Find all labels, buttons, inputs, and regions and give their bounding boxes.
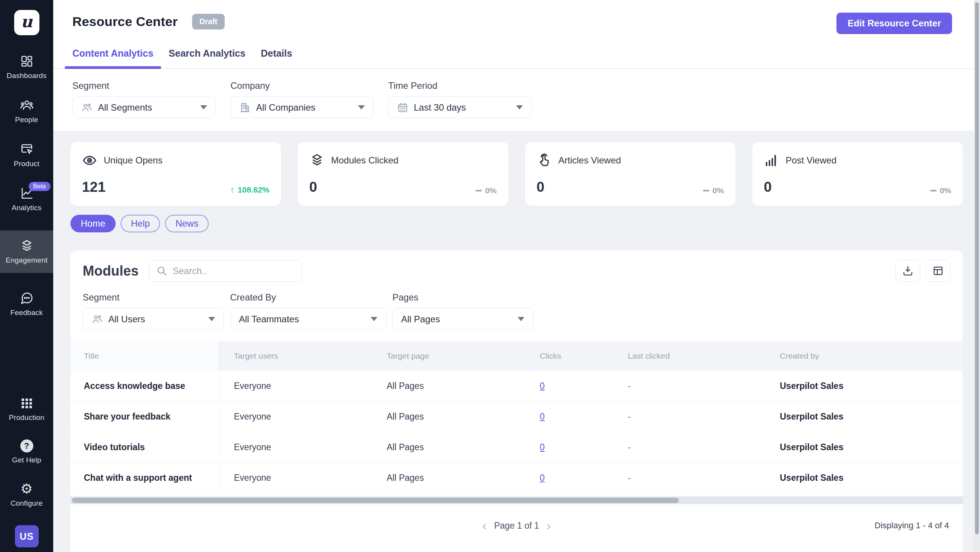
sidebar-item-label: Get Help [12,456,41,464]
table-row[interactable]: Chat with a support agent Everyone All P… [70,463,963,493]
window-vertical-scrollbar[interactable] [974,0,980,552]
column-header-created-by[interactable]: Created by [766,351,963,361]
sidebar-item-get-help[interactable]: ? Get Help [0,439,53,464]
sidebar-item-people[interactable]: People [0,98,53,124]
row-clicks-link[interactable]: 0 [540,412,545,421]
row-target-users: Everyone [219,473,371,483]
time-period-filter-select[interactable]: Last 30 days [388,96,532,118]
sidebar-item-dashboards[interactable]: Dashboards [0,54,53,80]
row-created-by: Userpilot Sales [766,442,963,452]
company-filter-label: Company [230,80,374,91]
edit-resource-center-button[interactable]: Edit Resource Center [836,13,952,34]
scrollbar-thumb[interactable] [975,2,979,534]
production-grid-icon [20,396,34,410]
sidebar-item-production[interactable]: Production [0,396,53,422]
time-period-filter: Time Period Last 30 days [388,80,532,118]
row-last-clicked: - [612,412,766,422]
table-row[interactable]: Video tutorials Everyone All Pages 0 - U… [70,432,963,463]
sidebar-bottom: Production ? Get Help ⚙ Configure US [0,396,53,552]
created-by-select[interactable]: All Teammates [230,308,386,330]
download-button[interactable] [895,260,920,282]
modules-panel: Modules Segment [70,250,963,552]
question-mark-icon: ? [20,439,33,452]
column-header-clicks[interactable]: Clicks [524,351,612,361]
table-horizontal-scrollbar[interactable] [70,496,963,504]
columns-button[interactable] [926,260,951,282]
company-filter-select[interactable]: All Companies [230,96,374,118]
modules-search[interactable] [149,260,302,282]
displaying-count: Displaying 1 - 4 of 4 [875,521,949,531]
chevron-down-icon [358,105,365,109]
column-header-title[interactable]: Title [70,341,219,371]
dash-icon [930,190,937,191]
row-target-users: Everyone [219,442,371,452]
logo-letter: u [21,12,33,31]
pages-select[interactable]: All Pages [392,308,533,330]
stat-delta: ↑108.62% [230,185,270,195]
tab-content-analytics[interactable]: Content Analytics [65,45,161,68]
building-icon [239,102,251,113]
calendar-icon [397,102,408,113]
row-title: Access knowledge base [70,371,219,401]
pill-help[interactable]: Help [121,215,160,232]
modules-segment-select[interactable]: All Users [83,308,224,330]
column-header-target-users[interactable]: Target users [219,351,371,361]
modules-segment-filter: Segment All Users [83,292,224,330]
pagination-bar: ‹ Page 1 of 1 › Displaying 1 - 4 of 4 [70,504,963,547]
row-clicks-link[interactable]: 0 [540,473,545,483]
row-target-page: All Pages [371,381,524,391]
dash-icon [703,190,709,191]
table-row[interactable]: Access knowledge base Everyone All Pages… [70,371,963,402]
previous-page-button[interactable]: ‹ [482,519,487,532]
stat-card-modules-clicked: Modules Clicked 0 0% [298,142,508,206]
stat-card-post-viewed: Post Viewed 0 0% [752,142,963,206]
tab-details[interactable]: Details [253,45,300,68]
arrow-up-icon: ↑ [230,185,235,195]
time-period-filter-label: Time Period [388,80,532,91]
engagement-layers-icon [20,239,34,253]
sidebar: u Dashboards People Product Beta [0,0,53,552]
people-icon [20,98,34,112]
product-window-icon [20,142,34,156]
row-created-by: Userpilot Sales [766,412,963,422]
sidebar-item-product[interactable]: Product [0,142,53,168]
column-header-last-clicked[interactable]: Last clicked [612,351,766,361]
sidebar-item-label: Dashboards [7,72,46,80]
tab-bar: Content Analytics Search Analytics Detai… [53,45,980,69]
row-title: Chat with a support agent [70,463,219,493]
user-avatar[interactable]: US [15,525,39,547]
gear-icon: ⚙ [20,482,33,496]
sidebar-item-feedback[interactable]: Feedback [0,291,53,317]
sidebar-item-engagement[interactable]: Engagement [0,230,53,273]
stat-delta: 0% [930,186,951,195]
modules-panel-title: Modules [83,263,139,279]
pill-news[interactable]: News [165,215,209,232]
analytics-chart-icon: Beta [20,186,34,200]
row-last-clicked: - [612,473,766,483]
row-target-users: Everyone [219,412,371,422]
time-period-filter-value: Last 30 days [414,102,466,113]
row-created-by: Userpilot Sales [766,381,963,391]
sidebar-item-configure[interactable]: ⚙ Configure [0,482,53,508]
segment-filter-select[interactable]: All Segments [72,96,216,118]
row-clicks-link[interactable]: 0 [540,442,545,452]
userpilot-logo[interactable]: u [14,10,39,35]
tab-search-analytics[interactable]: Search Analytics [161,45,253,68]
scrollbar-thumb[interactable] [72,498,679,503]
modules-filters: Segment All Users Created By All Teammat… [70,292,963,330]
pill-home[interactable]: Home [70,215,116,232]
row-clicks-link[interactable]: 0 [540,381,545,391]
dashboards-grid-icon [20,54,34,68]
content-area: Unique Opens 121 ↑108.62% Modules Clicke… [53,131,980,552]
row-target-users: Everyone [219,381,371,391]
stat-label: Unique Opens [104,155,162,166]
table-row[interactable]: Share your feedback Everyone All Pages 0… [70,402,963,432]
stat-label: Articles Viewed [559,155,621,166]
sidebar-item-label: Production [9,413,44,422]
search-input[interactable] [173,266,287,276]
column-header-target-page[interactable]: Target page [371,351,524,361]
next-page-button[interactable]: › [547,519,551,532]
main-area: Resource Center Draft Edit Resource Cent… [53,0,980,552]
sidebar-item-analytics[interactable]: Beta Analytics [0,186,53,212]
global-filters: Segment All Segments Company All Compani… [53,69,980,131]
